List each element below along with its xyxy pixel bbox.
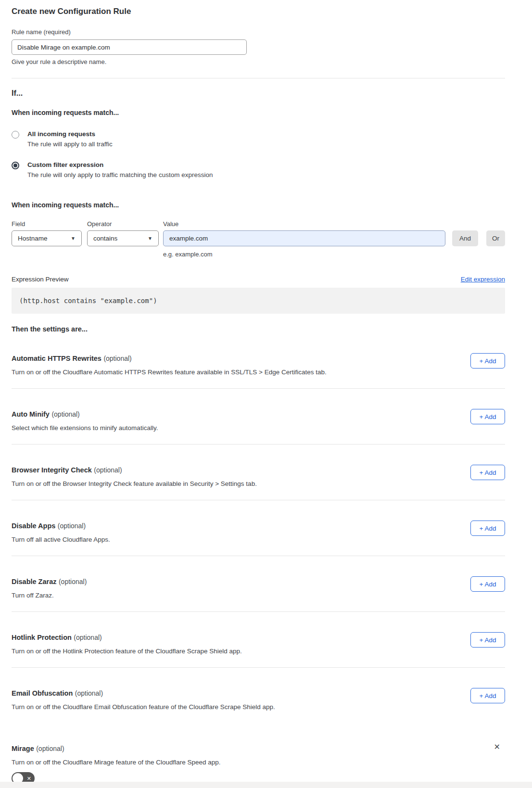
setting-description: Turn on or off the Hotlink Protection fe…: [12, 648, 505, 655]
setting-name: Email Obfuscation: [12, 689, 73, 697]
create-configuration-rule-form: Create new Configuration Rule Rule name …: [0, 0, 532, 788]
setting-row: Disable Apps (optional) Turn off all act…: [12, 500, 505, 556]
or-button[interactable]: Or: [486, 230, 505, 246]
add-setting-button[interactable]: + Add: [470, 465, 505, 480]
setting-name: Mirage: [12, 745, 34, 752]
radio-option-custom-filter[interactable]: Custom filter expression The rule will o…: [12, 161, 505, 178]
radio-option-all-requests[interactable]: All incoming requests The rule will appl…: [12, 130, 505, 148]
rule-name-helper: Give your rule a descriptive name.: [12, 58, 505, 65]
add-setting-button[interactable]: + Add: [470, 353, 505, 369]
expression-builder-row: Hostname ▼ contains ▼ And Or: [12, 230, 505, 246]
setting-description: Turn on or off the Browser Integrity Che…: [12, 480, 505, 487]
setting-optional-label: (optional): [103, 355, 131, 362]
and-button[interactable]: And: [452, 230, 478, 246]
chevron-down-icon: ▼: [71, 236, 76, 241]
value-column-label: Value: [163, 220, 178, 228]
setting-name: Automatic HTTPS Rewrites: [12, 355, 101, 362]
setting-row: Browser Integrity Check (optional) Turn …: [12, 444, 505, 500]
value-helper: e.g. example.com: [163, 251, 505, 258]
radio-option-description: The rule will only apply to traffic matc…: [27, 171, 213, 178]
expression-builder-column-labels: Field Operator Value: [12, 220, 505, 228]
operator-select[interactable]: contains ▼: [87, 230, 159, 246]
match-type-heading: When incoming requests match...: [12, 109, 505, 116]
then-settings-heading: Then the settings are...: [12, 325, 505, 333]
setting-optional-label: (optional): [94, 466, 122, 474]
setting-name: Hotlink Protection: [12, 634, 72, 641]
add-setting-button[interactable]: + Add: [470, 576, 505, 592]
add-setting-button[interactable]: + Add: [470, 409, 505, 424]
if-heading: If...: [12, 89, 505, 98]
setting-optional-label: (optional): [59, 578, 87, 585]
operator-column-label: Operator: [87, 220, 163, 228]
page-bottom-band: [0, 782, 532, 788]
radio-option-description: The rule will apply to all traffic: [27, 140, 113, 148]
setting-name: Browser Integrity Check: [12, 466, 92, 474]
operator-select-value: contains: [93, 235, 117, 242]
expression-preview-code: (http.host contains "example.com"): [12, 288, 505, 314]
section-divider: [12, 78, 505, 78]
setting-description: Turn off Zaraz.: [12, 592, 505, 599]
setting-optional-label: (optional): [74, 634, 101, 641]
rule-name-input[interactable]: [12, 39, 247, 55]
add-setting-button[interactable]: + Add: [470, 688, 505, 703]
field-select-value: Hostname: [18, 235, 48, 242]
chevron-down-icon: ▼: [148, 236, 152, 241]
setting-row: Disable Zaraz (optional) Turn off Zaraz.…: [12, 556, 505, 611]
close-icon[interactable]: ✕: [494, 743, 500, 751]
setting-description: Turn off all active Cloudflare Apps.: [12, 536, 505, 543]
rule-name-label: Rule name (required): [12, 28, 505, 36]
setting-optional-label: (optional): [51, 410, 79, 418]
setting-optional-label: (optional): [36, 745, 64, 752]
setting-row: Email Obfuscation (optional) Turn on or …: [12, 667, 505, 723]
radio-option-label: Custom filter expression: [27, 161, 213, 168]
page-title: Create new Configuration Rule: [12, 7, 505, 16]
setting-row: Auto Minify (optional) Select which file…: [12, 388, 505, 444]
setting-name: Disable Zaraz: [12, 578, 57, 585]
setting-description: Turn on or off the Cloudflare Mirage fea…: [12, 759, 505, 766]
expression-builder-heading: When incoming requests match...: [12, 201, 505, 209]
setting-row: Automatic HTTPS Rewrites (optional) Turn…: [12, 333, 505, 388]
setting-optional-label: (optional): [58, 522, 86, 530]
radio-button-icon[interactable]: [12, 131, 19, 139]
setting-description: Turn on or off the Cloudflare Automatic …: [12, 369, 505, 376]
radio-button-icon[interactable]: [12, 162, 19, 169]
field-select[interactable]: Hostname ▼: [12, 230, 82, 246]
field-column-label: Field: [12, 220, 87, 228]
value-input[interactable]: [163, 230, 445, 246]
radio-option-label: All incoming requests: [27, 130, 113, 138]
settings-list: Automatic HTTPS Rewrites (optional) Turn…: [12, 333, 505, 723]
setting-description: Turn on or off the Cloudflare Email Obfu…: [12, 703, 505, 711]
setting-name: Auto Minify: [12, 410, 50, 418]
edit-expression-link[interactable]: Edit expression: [461, 276, 505, 283]
setting-row: Hotlink Protection (optional) Turn on or…: [12, 611, 505, 667]
setting-name: Disable Apps: [12, 522, 55, 530]
add-setting-button[interactable]: + Add: [470, 521, 505, 536]
setting-description: Select which file extensions to minify a…: [12, 424, 505, 432]
expression-preview-label: Expression Preview: [12, 276, 69, 283]
setting-optional-label: (optional): [75, 689, 103, 697]
setting-row-mirage: Mirage (optional) ✕ Turn on or off the C…: [12, 723, 505, 788]
toggle-off-x-icon: ✕: [27, 776, 31, 781]
add-setting-button[interactable]: + Add: [470, 632, 505, 648]
